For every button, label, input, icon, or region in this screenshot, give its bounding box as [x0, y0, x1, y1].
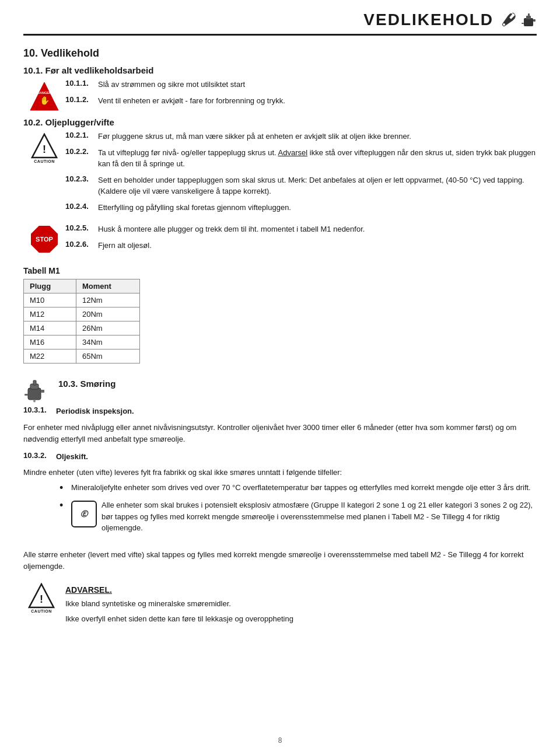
- table-m1-body: M1012NmM1220NmM1426NmM1634NmM2265Nm: [24, 293, 140, 363]
- section103-title: 10.3. Smøring: [58, 379, 116, 389]
- caution-badge-1: ! CAUTION: [31, 133, 58, 163]
- stop-icon-col: STOP: [23, 223, 65, 253]
- caution-icon-col-2: ! CAUTION: [23, 581, 60, 613]
- table-cell: 65Nm: [76, 349, 140, 363]
- table-cell: M16: [24, 335, 76, 349]
- oil-can-icon: [520, 11, 537, 29]
- section101-title: 10.1. Før alt vedlikeholdsarbeid: [23, 65, 537, 75]
- table-m1-title: Tabell M1: [23, 266, 537, 275]
- advarsel-heading: ADVARSEL.: [65, 585, 293, 595]
- advarsel-section: ! CAUTION ADVARSEL. Ikke bland syntetisk…: [23, 581, 537, 628]
- table-row: M2265Nm: [24, 349, 140, 363]
- table-row: M1634Nm: [24, 335, 140, 349]
- svg-rect-15: [24, 394, 28, 396]
- row-1021: ! CAUTION 10.2.1. Før pluggene skrus ut,…: [23, 131, 537, 218]
- text-1025-group: 10.2.5. Husk å montere alle plugger og t…: [65, 223, 537, 256]
- table-cell: 12Nm: [76, 293, 140, 307]
- smoring-icon-col: [23, 374, 54, 403]
- row-1023-text: 10.2.3. Sett en beholder under tappeplug…: [65, 174, 537, 197]
- svg-rect-13: [33, 380, 36, 385]
- caution-label-1: CAUTION: [34, 159, 54, 163]
- svg-rect-11: [28, 388, 41, 400]
- table-cell: M14: [24, 321, 76, 335]
- table-m1-section: Tabell M1 Plugg Moment M1012NmM1220NmM14…: [23, 266, 537, 363]
- text-1032-end: Alle større enheter (levert med vifte) s…: [23, 549, 537, 572]
- caution-label-2: CAUTION: [31, 609, 51, 613]
- page-number: 8: [278, 736, 282, 744]
- atex-badge: Ⓔ: [71, 501, 97, 527]
- row-1022-text: 10.2.2. Ta ut vifteplugg før nivå- og/el…: [65, 147, 537, 170]
- caution-icon-col-1: ! CAUTION: [23, 131, 65, 163]
- svg-rect-3: [528, 13, 530, 17]
- text-1032-intro: Mindre enheter (uten vifte) leveres fylt…: [23, 467, 537, 478]
- bullet-item-1: • Mineraloljefylte enheter som drives ve…: [60, 482, 537, 495]
- danger-icon-col: DANGER ✋: [23, 79, 65, 111]
- table-cell: 34Nm: [76, 335, 140, 349]
- svg-text:✋: ✋: [40, 96, 50, 106]
- svg-rect-5: [522, 23, 524, 24]
- bullet-item-2: • Ⓔ Alle enheter som skal brukes i poten…: [60, 499, 537, 534]
- table-cell: M12: [24, 307, 76, 321]
- atex-bullet-row: • Mineraloljefylte enheter som drives ve…: [23, 482, 537, 543]
- caution-badge-2: ! CAUTION: [28, 583, 55, 613]
- smoring-oilcan-icon: [23, 376, 46, 403]
- advarsel-line-2: Ikke overfyll enhet siden dette kan føre…: [65, 613, 293, 625]
- advarsel-line-1: Ikke bland syntetiske og mineralske smør…: [65, 598, 293, 610]
- text-1011: 10.1.1. Slå av strømmen og sikre mot uti…: [65, 79, 537, 111]
- table-m1: Plugg Moment M1012NmM1220NmM1426NmM1634N…: [23, 279, 140, 363]
- table-header-row: Plugg Moment: [24, 279, 140, 293]
- svg-text:DANGER: DANGER: [37, 91, 51, 95]
- row-1025: STOP 10.2.5. Husk å montere alle plugger…: [23, 223, 537, 256]
- header-icons: [501, 11, 537, 29]
- page-header: VEDLIKEHOLD: [23, 0, 537, 36]
- row-1032: 10.3.2. Oljeskift.: [23, 451, 537, 463]
- table-row: M1220Nm: [24, 307, 140, 321]
- table-cell: M22: [24, 349, 76, 363]
- stop-badge: STOP: [31, 226, 58, 253]
- section103-header: 10.3. Smøring: [23, 374, 537, 403]
- col-plugg: Plugg: [24, 279, 76, 293]
- caution-triangle-icon-1: !: [31, 133, 58, 159]
- svg-text:!: !: [40, 593, 43, 605]
- row-1011: DANGER ✋ 10.1.1. Slå av strømmen og sikr…: [23, 79, 537, 111]
- table-row: M1426Nm: [24, 321, 140, 335]
- section103-title-col: 10.3. Smøring: [58, 374, 116, 392]
- svg-point-16: [33, 400, 36, 403]
- table-cell: 20Nm: [76, 307, 140, 321]
- page-title: VEDLIKEHOLD: [363, 11, 494, 29]
- section102-title: 10.2. Oljeplugger/vifte: [23, 117, 537, 127]
- svg-rect-14: [41, 390, 44, 393]
- wrench-icon: [501, 12, 517, 28]
- advarsel-text-col: ADVARSEL. Ikke bland syntetiske og miner…: [65, 581, 293, 628]
- caution-triangle-icon-2: !: [28, 583, 55, 609]
- section10-title: 10. Vedlikehold: [23, 47, 537, 60]
- row-1024-text: 10.2.4. Etterfylling og påfylling skal f…: [65, 202, 537, 214]
- svg-rect-1: [524, 18, 533, 26]
- text-1021-group: 10.2.1. Før pluggene skrus ut, må man væ…: [65, 131, 537, 218]
- col-moment: Moment: [76, 279, 140, 293]
- svg-point-0: [503, 23, 505, 26]
- svg-rect-4: [533, 19, 536, 22]
- page-footer: 8: [0, 736, 560, 744]
- row-1026-text: 10.2.6. Fjern alt oljesøl.: [65, 240, 537, 251]
- text-1031: For enheter med nivåplugg eller annet ni…: [23, 422, 537, 445]
- bullet-list-1032: • Mineraloljefylte enheter som drives ve…: [60, 482, 537, 538]
- row-1025-text: 10.2.5. Husk å montere alle plugger og t…: [65, 223, 537, 235]
- danger-triangle-icon: DANGER ✋: [29, 81, 60, 111]
- row-1031: 10.3.1. Periodisk inspeksjon.: [23, 406, 537, 417]
- table-row: M1012Nm: [24, 293, 140, 307]
- row-1021-text: 10.2.1. Før pluggene skrus ut, må man væ…: [65, 131, 537, 142]
- svg-text:!: !: [43, 144, 46, 155]
- table-cell: 26Nm: [76, 321, 140, 335]
- page-container: VEDLIKEHOLD 10. Vedlikehold 10.1. Før al…: [0, 0, 560, 663]
- table-cell: M10: [24, 293, 76, 307]
